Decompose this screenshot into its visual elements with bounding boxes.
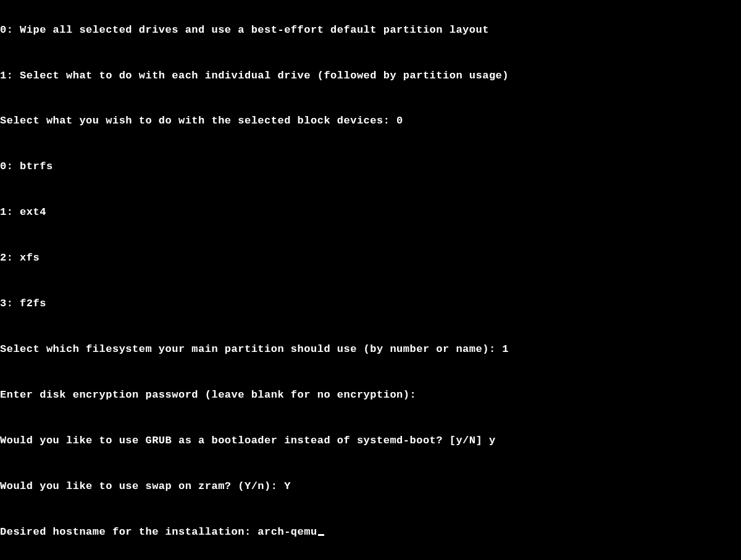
- terminal-line: Select which filesystem your main partit…: [0, 342, 741, 357]
- terminal-line: Would you like to use GRUB as a bootload…: [0, 433, 741, 449]
- terminal-line: Enter disk encryption password (leave bl…: [0, 388, 741, 403]
- terminal-line: Would you like to use swap on zram? (Y/n…: [0, 479, 741, 495]
- terminal-line: 0: Wipe all selected drives and use a be…: [0, 23, 741, 38]
- terminal-line: 1: Select what to do with each individua…: [0, 69, 741, 84]
- terminal-output[interactable]: 0: BlockDevice(/run/archiso/bootmnt/arch…: [0, 0, 741, 555]
- terminal-line: 3: f2fs: [0, 296, 741, 312]
- terminal-line: 0: btrfs: [0, 159, 741, 175]
- cursor-icon: [318, 534, 324, 536]
- terminal-line: Select what you wish to do with the sele…: [0, 114, 741, 129]
- terminal-line: 1: ext4: [0, 205, 741, 220]
- terminal-prompt-text: Desired hostname for the installation: a…: [0, 526, 317, 538]
- terminal-prompt-line[interactable]: Desired hostname for the installation: a…: [0, 525, 741, 540]
- terminal-line: 2: xfs: [0, 251, 741, 266]
